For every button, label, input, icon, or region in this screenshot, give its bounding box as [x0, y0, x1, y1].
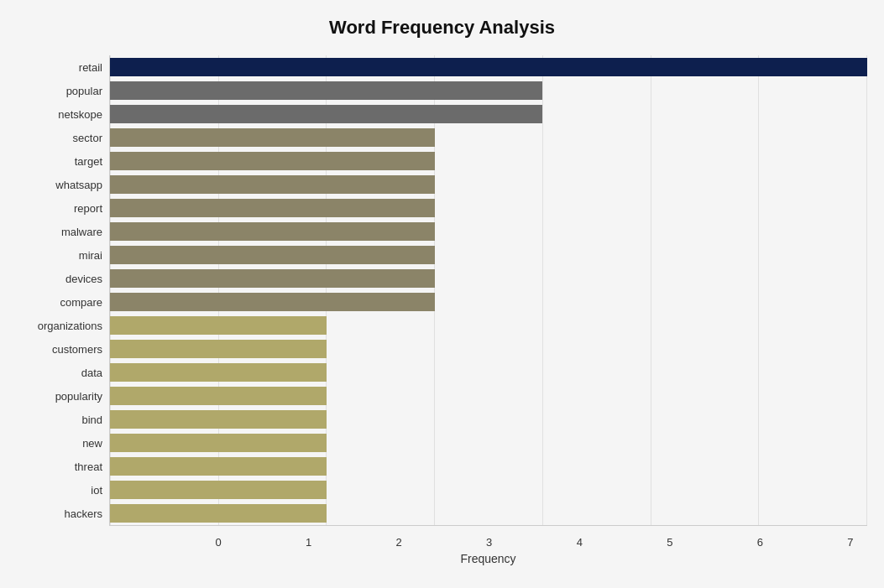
x-tick-label: 1 [292, 536, 326, 549]
bar-row [110, 408, 867, 431]
bar-row [110, 337, 867, 361]
bar-customers [110, 340, 327, 358]
bar-netskope [110, 105, 542, 123]
chart-container: Word Frequency Analysis retailpopularnet… [0, 0, 884, 588]
bar-malware [110, 222, 435, 241]
bar-data [110, 363, 327, 382]
y-label-organizations: organizations [38, 315, 102, 338]
y-label-malware: malware [61, 220, 102, 243]
bar-row [110, 314, 867, 337]
bar-threat [110, 457, 327, 476]
bar-row [110, 455, 867, 478]
bar-row [110, 267, 867, 290]
bar-organizations [110, 316, 327, 335]
x-axis: 01234567 [109, 531, 867, 549]
y-label-report: report [74, 196, 102, 220]
bar-sector [110, 128, 435, 147]
bar-target [110, 152, 435, 170]
bar-row [110, 196, 867, 220]
x-tick-label: 5 [653, 536, 687, 549]
x-tick-label: 6 [743, 536, 777, 549]
bar-row [110, 55, 867, 79]
bar-row [110, 102, 867, 126]
bar-row [110, 173, 867, 196]
chart-area: retailpopularnetskopesectortargetwhatsap… [17, 55, 867, 526]
bar-row [110, 431, 867, 455]
y-label-compare: compare [60, 290, 102, 314]
x-tick-label: 2 [382, 536, 416, 549]
y-label-devices: devices [65, 267, 102, 290]
bar-hackers [110, 504, 327, 523]
chart-title: Word Frequency Analysis [17, 17, 867, 39]
bar-row [110, 220, 867, 243]
bar-devices [110, 269, 435, 288]
x-tick-label: 3 [473, 536, 506, 549]
y-label-netskope: netskope [58, 102, 102, 126]
y-label-hackers: hackers [64, 502, 102, 526]
y-label-target: target [75, 149, 102, 173]
bar-mirai [110, 246, 435, 264]
bar-row [110, 126, 867, 149]
bar-row [110, 290, 867, 314]
bar-row [110, 361, 867, 384]
y-label-popularity: popularity [55, 385, 102, 408]
bar-row [110, 243, 867, 267]
y-label-iot: iot [91, 479, 102, 502]
y-label-whatsapp: whatsapp [55, 173, 102, 196]
x-tick-label: 4 [562, 536, 596, 549]
x-tick-label: 7 [834, 536, 867, 549]
bar-row [110, 149, 867, 173]
bar-popularity [110, 387, 327, 405]
bars-area [109, 55, 867, 526]
bar-retail [110, 58, 867, 76]
y-label-bind: bind [81, 408, 102, 432]
bar-new [110, 434, 327, 452]
bar-report [110, 199, 435, 217]
y-label-popular: popular [66, 79, 102, 102]
bar-bind [110, 410, 327, 429]
bar-popular [110, 81, 542, 100]
bar-whatsapp [110, 175, 435, 194]
y-label-customers: customers [52, 338, 102, 362]
y-label-threat: threat [75, 455, 102, 479]
x-axis-title: Frequency [109, 552, 867, 565]
bar-row [110, 478, 867, 502]
bar-row [110, 384, 867, 408]
y-label-data: data [81, 362, 102, 385]
bar-row [110, 79, 867, 102]
bar-compare [110, 293, 435, 311]
bar-row [110, 502, 867, 525]
y-label-mirai: mirai [79, 243, 102, 267]
y-label-new: new [82, 432, 102, 455]
y-axis: retailpopularnetskopesectortargetwhatsap… [17, 55, 109, 526]
y-label-retail: retail [79, 55, 102, 79]
y-label-sector: sector [73, 126, 102, 149]
bar-iot [110, 481, 327, 499]
x-tick-label: 0 [201, 536, 235, 549]
